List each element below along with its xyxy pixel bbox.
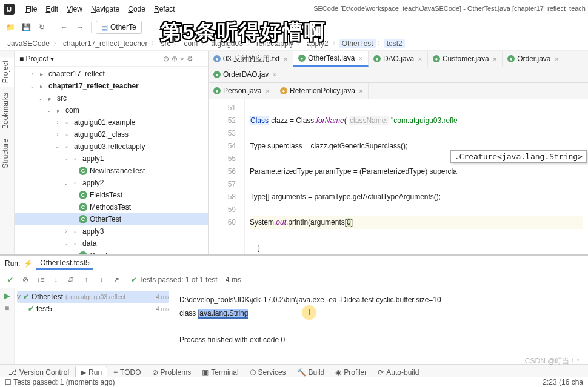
editor-tab[interactable]: ●OtherTest.java×	[293, 51, 369, 67]
txt-file-icon: ▤	[101, 23, 108, 31]
crumb-8[interactable]: test2	[384, 39, 405, 48]
parameter-hint-popup: .Creature<java.lang.String>	[450, 150, 587, 163]
close-icon[interactable]: ×	[272, 70, 277, 79]
save-icon[interactable]: 💾	[19, 21, 33, 34]
text-cursor-highlight-icon: I	[302, 305, 316, 320]
tree-item[interactable]: ›▸chapter17_reflect	[15, 68, 208, 80]
console-line: D:\develop_tools\JDK\jdk-17.0.2\bin\java…	[179, 293, 581, 306]
test-ignored-filter-icon[interactable]: ⊘	[19, 273, 32, 286]
close-icon[interactable]: ×	[555, 55, 560, 64]
tree-item[interactable]: ⌄▫apply1	[15, 153, 208, 165]
tree-item[interactable]: CNewInstanceTest	[15, 165, 208, 177]
menu-file[interactable]: File	[22, 4, 41, 15]
code-editor[interactable]: 51525354555657585960 Class clazz = Class…	[209, 99, 588, 266]
test-passed-filter-icon[interactable]: ✔	[4, 273, 17, 286]
tree-item[interactable]: ⌄▸com	[15, 104, 208, 116]
menu-view[interactable]: View	[63, 4, 86, 15]
status-right: 2:23 (16 cha	[543, 378, 583, 386]
collapse-icon[interactable]: ⊖	[163, 55, 169, 63]
tree-item[interactable]: ⌄▫data	[15, 237, 208, 250]
project-tool-tab[interactable]: Project	[0, 57, 14, 87]
tree-item[interactable]: COtherTest	[15, 213, 208, 225]
editor-tab[interactable]: ●Person.java×	[209, 83, 275, 99]
tree-item[interactable]: ›▫atguigu01.example	[15, 116, 208, 128]
locate-icon[interactable]: ⌖	[180, 55, 184, 63]
settings-icon[interactable]: ⚙	[187, 55, 193, 63]
sync-icon[interactable]: ↻	[35, 21, 48, 34]
close-icon[interactable]: ×	[358, 54, 363, 63]
test-root-item[interactable]: v✔ OtherTest (com.atguigu03.reflect 4 ms	[17, 291, 169, 303]
tests-status-text: Tests passed: 1 of 1 test – 4 ms	[139, 276, 241, 284]
status-bar: ☐ Tests passed: 1 (moments ago) 2:23 (16…	[0, 377, 588, 387]
close-icon[interactable]: ×	[359, 87, 364, 96]
tree-item[interactable]: CFieldsTest	[15, 189, 208, 201]
hide-icon[interactable]: —	[196, 55, 203, 63]
crumb-0[interactable]: JavaSECode	[5, 39, 52, 48]
editor-tab[interactable]: ●RetentionPolicy.java×	[275, 83, 369, 99]
run-toolwindow: Run: ⚡ OtherTest.test5 ✔ ⊘ ↓≡ ↕ ⇵ ↑ ↓ ↗ …	[0, 254, 588, 370]
collapse-all-icon[interactable]: ⇵	[64, 273, 78, 286]
toolbar-file-tab[interactable]: ▤ OtherTe	[96, 21, 142, 34]
sort-icon[interactable]: ↓≡	[34, 273, 47, 286]
tree-item[interactable]: ⌄▸src	[15, 92, 208, 104]
run-ok-icon: ⚡	[24, 259, 33, 268]
editor-tab[interactable]: ●03-反射的应用.txt×	[209, 51, 293, 67]
editor-tab[interactable]: ●OrderDAO.jav×	[209, 67, 282, 82]
bookmarks-tool-tab[interactable]: Bookmarks	[0, 89, 14, 133]
editor-tab[interactable]: ●Order.java×	[503, 51, 564, 67]
line-gutter: 51525354555657585960	[209, 99, 245, 266]
run-toolbar: ✔ ⊘ ↓≡ ↕ ⇵ ↑ ↓ ↗ ✔ Tests passed: 1 of 1 …	[0, 271, 588, 288]
export-icon[interactable]: ↗	[110, 273, 123, 286]
menu-navigate[interactable]: Navigate	[87, 4, 123, 15]
editor-tabs: ●03-反射的应用.txt×●OtherTest.java×●DAO.java×…	[209, 51, 588, 83]
next-icon[interactable]: ↓	[95, 273, 108, 286]
editor-panel: ●03-反射的应用.txt×●OtherTest.java×●DAO.java×…	[209, 51, 588, 266]
editor-tab[interactable]: ●Customer.java×	[428, 51, 503, 67]
open-icon[interactable]: 📁	[4, 21, 17, 34]
test-tree[interactable]: v✔ OtherTest (com.atguigu03.reflect 4 ms…	[15, 288, 172, 370]
tree-item[interactable]: ›▫apply3	[15, 225, 208, 237]
run-config-tab[interactable]: OtherTest.test5	[36, 257, 93, 270]
prev-icon[interactable]: ↑	[79, 273, 93, 286]
left-toolwindow-bar: Project Bookmarks Structure	[0, 51, 15, 266]
tree-item[interactable]: ⌄▸chapter17_reflect_teacher	[15, 80, 208, 92]
close-icon[interactable]: ×	[418, 55, 423, 64]
close-icon[interactable]: ×	[493, 55, 498, 64]
console-line: Process finished with exit code 0	[179, 333, 581, 346]
expand-icon[interactable]: ⊕	[172, 55, 178, 63]
stop-icon[interactable]: ■	[5, 304, 9, 313]
menu-refactor[interactable]: Refact	[150, 4, 179, 15]
main-menu: File Edit View Navigate Code Refact	[22, 4, 179, 15]
test-child-item[interactable]: ✔test5 4 ms	[17, 303, 169, 315]
tree-item[interactable]: ›▫atguigu02._class	[15, 128, 208, 141]
editor-tabs-row2: ●Person.java×●RetentionPolicy.java×	[209, 83, 588, 99]
back-icon[interactable]: ←	[58, 21, 71, 34]
code-content[interactable]: Class clazz = Class.forName( className: …	[245, 99, 588, 266]
project-tree[interactable]: ›▸chapter17_reflect⌄▸chapter17_reflect_t…	[15, 67, 208, 266]
tree-item[interactable]: CMethodsTest	[15, 201, 208, 213]
structure-tool-tab[interactable]: Structure	[0, 135, 14, 172]
expand-all-icon[interactable]: ↕	[49, 273, 62, 286]
close-icon[interactable]: ×	[283, 55, 288, 64]
run-title: Run:	[5, 259, 20, 268]
window-title: SECode [D:\code\workspace_teach\JavaSECo…	[313, 5, 586, 12]
watermark: CSDN @叮当！*	[525, 356, 580, 366]
tree-item[interactable]: ⌄▫atguigu03.reflectapply	[15, 141, 208, 153]
crumb-1[interactable]: chapter17_reflect_teacher	[61, 39, 150, 48]
editor-tab[interactable]: ●DAO.java×	[369, 51, 428, 67]
project-panel-title: ■ Project ▾	[19, 55, 54, 63]
tree-item[interactable]: ⌄▫apply2	[15, 177, 208, 189]
forward-icon[interactable]: →	[73, 21, 87, 34]
rerun-icon[interactable]: ▶	[4, 291, 10, 300]
close-icon[interactable]: ×	[265, 87, 270, 96]
console-line: class java.lang.String	[179, 306, 581, 320]
status-left: Tests passed: 1 (moments ago)	[13, 378, 115, 386]
crumb-7[interactable]: OtherTest	[339, 39, 376, 48]
app-logo: IJ	[4, 4, 15, 15]
video-caption-overlay: 第5条听得好懵啊	[161, 18, 326, 46]
menu-code[interactable]: Code	[124, 4, 149, 15]
run-side-toolbar: ▶ ■	[0, 288, 15, 370]
project-panel: ■ Project ▾ ⊖ ⊕ ⌖ ⚙ — ›▸chapter17_reflec…	[15, 51, 209, 266]
menu-edit[interactable]: Edit	[42, 4, 62, 15]
